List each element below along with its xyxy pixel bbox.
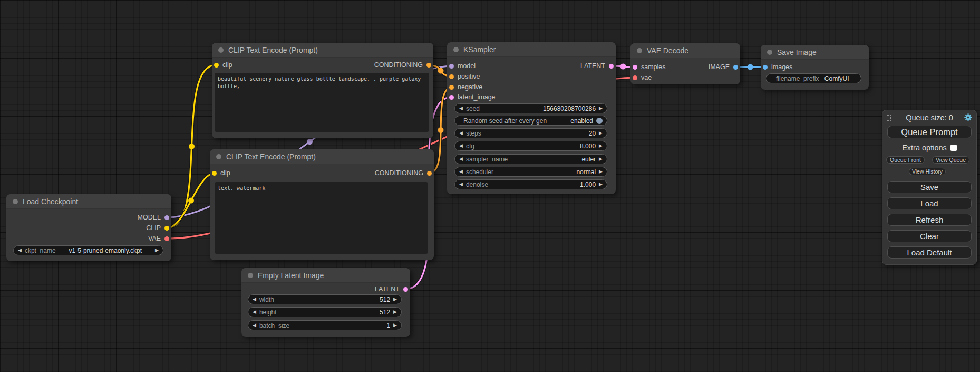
input-slot-samples: samples xyxy=(633,62,666,72)
increment-arrow-icon[interactable]: ▶ xyxy=(599,182,603,187)
input-slot-clip: clip xyxy=(214,60,232,70)
decrement-arrow-icon[interactable]: ◀ xyxy=(459,131,463,136)
widget-random-seed-toggle[interactable]: Random seed after every gen enabled xyxy=(454,116,607,126)
node-title-bar[interactable]: Empty Latent Image xyxy=(241,268,410,283)
save-button[interactable]: Save xyxy=(887,181,972,193)
increment-arrow-icon[interactable]: ▶ xyxy=(393,310,397,314)
clip-port-icon[interactable] xyxy=(164,226,169,231)
increment-arrow-icon[interactable]: ▶ xyxy=(599,131,603,136)
conditioning-port-icon[interactable] xyxy=(449,74,454,79)
node-title: CLIP Text Encode (Prompt) xyxy=(228,46,318,54)
decrement-arrow-icon[interactable]: ◀ xyxy=(459,157,463,161)
refresh-button[interactable]: Refresh xyxy=(887,214,972,226)
node-title-bar[interactable]: Load Checkpoint xyxy=(6,194,171,209)
vae-port-icon[interactable] xyxy=(633,75,637,80)
toggle-on-icon[interactable] xyxy=(596,118,603,124)
prompt-textarea[interactable]: beautiful scenery nature glass bottle la… xyxy=(215,73,429,132)
increment-arrow-icon[interactable]: ▶ xyxy=(155,248,159,253)
decrement-arrow-icon[interactable]: ◀ xyxy=(18,248,22,253)
extra-options-checkbox[interactable] xyxy=(950,145,957,151)
widget-scheduler[interactable]: ◀ scheduler normal ▶ xyxy=(454,167,607,177)
node-title: KSampler xyxy=(463,45,496,54)
node-title: Empty Latent Image xyxy=(258,271,324,280)
conditioning-port-icon[interactable] xyxy=(427,171,432,176)
increment-arrow-icon[interactable]: ▶ xyxy=(393,323,397,328)
decrement-arrow-icon[interactable]: ◀ xyxy=(459,182,463,187)
collapse-dot-icon[interactable] xyxy=(248,273,253,278)
widget-seed[interactable]: ◀ seed 156680208700286 ▶ xyxy=(454,103,607,113)
input-slot-model: model xyxy=(449,61,476,71)
node-title-bar[interactable]: VAE Decode xyxy=(630,43,740,58)
collapse-dot-icon[interactable] xyxy=(216,154,221,159)
output-slot-latent: LATENT xyxy=(580,61,614,71)
decrement-arrow-icon[interactable]: ◀ xyxy=(459,106,463,111)
output-slot-model: MODEL xyxy=(138,212,169,223)
decrement-arrow-icon[interactable]: ◀ xyxy=(459,169,463,174)
load-default-button[interactable]: Load Default xyxy=(887,246,972,259)
image-port-icon[interactable] xyxy=(763,65,768,70)
widget-steps[interactable]: ◀ steps 20 ▶ xyxy=(454,128,607,138)
widget-denoise[interactable]: ◀ denoise 1.000 ▶ xyxy=(454,179,607,189)
latent-port-icon[interactable] xyxy=(403,287,408,292)
latent-port-icon[interactable] xyxy=(633,65,637,70)
clip-port-icon[interactable] xyxy=(214,63,219,68)
collapse-dot-icon[interactable] xyxy=(453,47,459,52)
node-title-bar[interactable]: Save Image xyxy=(761,45,869,60)
widget-batch-size[interactable]: ◀ batch_size 1 ▶ xyxy=(248,320,402,330)
conditioning-port-icon[interactable] xyxy=(426,63,431,68)
output-slot-image: IMAGE xyxy=(709,62,738,72)
link-dot xyxy=(189,144,195,149)
settings-gear-icon[interactable] xyxy=(964,113,973,122)
input-slot-negative: negative xyxy=(449,82,482,92)
node-title: CLIP Text Encode (Prompt) xyxy=(226,152,316,161)
collapse-dot-icon[interactable] xyxy=(13,199,18,204)
increment-arrow-icon[interactable]: ▶ xyxy=(599,144,603,148)
decrement-arrow-icon[interactable]: ◀ xyxy=(253,297,256,302)
graph-canvas[interactable]: { "icons": { "left_arrow": "◀", "right_a… xyxy=(0,0,980,372)
view-queue-button[interactable]: View Queue xyxy=(932,156,969,164)
widget-sampler-name[interactable]: ◀ sampler_name euler ▶ xyxy=(454,154,607,164)
node-title: Save Image xyxy=(777,48,817,56)
model-port-icon[interactable] xyxy=(449,64,454,69)
node-clip-text-encode-positive: CLIP Text Encode (Prompt) clip CONDITION… xyxy=(212,43,433,138)
node-title-bar[interactable]: CLIP Text Encode (Prompt) xyxy=(212,43,433,58)
link-dot xyxy=(620,64,626,70)
node-title-bar[interactable]: CLIP Text Encode (Prompt) xyxy=(210,149,434,164)
input-slot-vae: vae xyxy=(633,72,652,83)
clip-port-icon[interactable] xyxy=(212,171,217,176)
view-history-button[interactable]: View History xyxy=(909,168,946,175)
widget-filename-prefix[interactable]: filename_prefix ComfyUI xyxy=(766,73,861,83)
input-slot-latent-image: latent_image xyxy=(449,92,496,102)
node-title: Load Checkpoint xyxy=(23,197,78,206)
prompt-textarea[interactable]: text, watermark xyxy=(215,182,428,254)
node-load-checkpoint: Load Checkpoint MODEL CLIP VAE ◀ ckpt_na… xyxy=(6,194,171,261)
decrement-arrow-icon[interactable]: ◀ xyxy=(253,323,256,328)
increment-arrow-icon[interactable]: ▶ xyxy=(599,157,603,161)
widget-height[interactable]: ◀ height 512 ▶ xyxy=(248,307,402,317)
image-port-icon[interactable] xyxy=(733,65,738,70)
input-slot-images: images xyxy=(763,62,792,72)
increment-arrow-icon[interactable]: ▶ xyxy=(599,106,603,111)
queue-size-label: Queue size: 0 xyxy=(882,113,976,122)
conditioning-port-icon[interactable] xyxy=(449,85,454,90)
latent-port-icon[interactable] xyxy=(609,64,614,69)
increment-arrow-icon[interactable]: ▶ xyxy=(599,169,603,174)
node-clip-text-encode-negative: CLIP Text Encode (Prompt) clip CONDITION… xyxy=(210,149,434,260)
queue-prompt-button[interactable]: Queue Prompt xyxy=(887,126,972,138)
collapse-dot-icon[interactable] xyxy=(218,47,224,53)
node-title-bar[interactable]: KSampler xyxy=(447,42,616,57)
clear-button[interactable]: Clear xyxy=(887,230,972,242)
decrement-arrow-icon[interactable]: ◀ xyxy=(459,144,463,148)
latent-port-icon[interactable] xyxy=(449,95,454,100)
model-port-icon[interactable] xyxy=(164,215,169,220)
collapse-dot-icon[interactable] xyxy=(767,50,772,55)
widget-cfg[interactable]: ◀ cfg 8.000 ▶ xyxy=(454,141,607,151)
queue-front-button[interactable]: Queue Front xyxy=(886,156,925,164)
decrement-arrow-icon[interactable]: ◀ xyxy=(253,310,256,314)
widget-width[interactable]: ◀ width 512 ▶ xyxy=(248,294,402,304)
increment-arrow-icon[interactable]: ▶ xyxy=(393,297,397,302)
widget-ckpt-name[interactable]: ◀ ckpt_name v1-5-pruned-emaonly.ckpt ▶ xyxy=(13,245,163,255)
load-button[interactable]: Load xyxy=(887,197,972,209)
vae-port-icon[interactable] xyxy=(164,236,169,241)
collapse-dot-icon[interactable] xyxy=(637,48,642,53)
